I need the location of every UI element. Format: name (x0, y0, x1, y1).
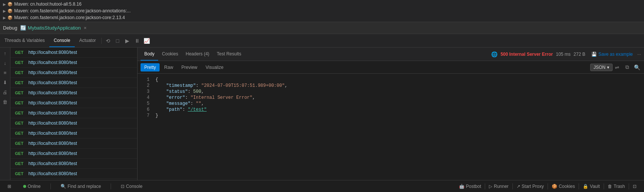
debug-restart-button[interactable]: ⟲ (104, 37, 112, 45)
request-item-11[interactable]: GET http://localhost:8080/test (10, 159, 137, 169)
line-content: "timestamp": "2024-07-09T15:07:51.989+00… (155, 83, 287, 88)
line-content: "path": "/test" (155, 107, 207, 112)
vault-button[interactable]: 🔒 Vault (580, 180, 603, 192)
app-icon: 🔄 (20, 25, 26, 31)
debug-stop-button[interactable]: □ (114, 37, 122, 45)
print-icon[interactable]: 🖨 (1, 88, 9, 96)
filter-icon[interactable]: ≡ (1, 68, 9, 77)
maven-item-2[interactable]: ▶ 📦 Maven: com.fasterxml.jackson.core:ja… (0, 7, 644, 14)
close-debug-button[interactable]: × (84, 25, 87, 31)
request-item-5[interactable]: GET http://localhost:8080/test (10, 98, 137, 108)
response-time: 105 ms (556, 52, 570, 57)
save-example-button[interactable]: 💾 Save as example (591, 52, 633, 57)
request-item-12[interactable]: GET http://localhost:8080/test (10, 169, 137, 179)
maven-label-3: Maven: com.fasterxml.jackson.core:jackso… (14, 15, 125, 20)
expand-icon: ⊡ (633, 184, 637, 189)
request-url: http://localhost:8080/test (28, 121, 77, 126)
debug-resume-button[interactable]: ▶ (123, 37, 132, 45)
request-item-7[interactable]: GET http://localhost:8080/test (10, 118, 137, 128)
status-divider (629, 183, 629, 189)
maven-icon: 📦 (7, 9, 13, 13)
postbot-icon: 🤖 (459, 184, 465, 189)
code-line-5: 5 "message": "", (138, 101, 644, 107)
copy-button[interactable]: ⧉ (623, 63, 631, 71)
resp-tab-test-results[interactable]: Test Results (213, 48, 245, 61)
maven-list: ▶ 📦 Maven: cn.hutool:hutool-all:5.8.16 ▶… (0, 0, 644, 22)
maven-item-1[interactable]: ▶ 📦 Maven: cn.hutool:hutool-all:5.8.16 (0, 1, 644, 7)
request-item-1[interactable]: GET http://localhost:8080/test (10, 58, 137, 68)
code-line-3: 3 "status": 500, (138, 89, 644, 95)
request-item-9[interactable]: GET http://localhost:8080/test (10, 138, 137, 149)
online-label: Online (28, 184, 41, 189)
request-url: http://localhost:8080/test (28, 131, 77, 136)
body-tab-pretty[interactable]: Pretty (141, 63, 160, 71)
online-status[interactable]: Online (20, 180, 44, 192)
method-badge: GET (15, 111, 25, 115)
trash-icon: 🗑 (608, 184, 612, 189)
tab-console[interactable]: Console (49, 34, 75, 47)
request-url: http://localhost:8080/test (28, 110, 77, 116)
cookies-label: Cookies (559, 184, 575, 189)
scroll-down-button[interactable]: ↓ (1, 59, 9, 67)
code-line-6: 6 "path": "/test" (138, 107, 644, 113)
line-content: { (155, 77, 158, 82)
request-url: http://localhost:8080/test (28, 161, 77, 166)
tab-threads-variables[interactable]: Threads & Variables (0, 34, 49, 47)
request-item-4[interactable]: GET http://localhost:8080/test (10, 88, 137, 98)
body-tab-visualize[interactable]: Visualize (202, 63, 227, 71)
status-bar: ⊞ Online 🔍 Find and replace ⊡ Console 🤖 … (0, 180, 644, 192)
body-tabs: Pretty Raw Preview Visualize JSON ▾ ⇌ (138, 61, 644, 74)
chevron-down-icon: ▾ (607, 65, 609, 70)
body-tab-preview[interactable]: Preview (178, 63, 201, 71)
runner-button[interactable]: ▷ Runner (486, 180, 511, 192)
resp-tab-body[interactable]: Body (141, 48, 158, 61)
request-item-0[interactable]: GET http://localhost:8080/test (10, 48, 137, 58)
postbot-button[interactable]: 🤖 Postbot (456, 180, 484, 192)
code-line-7: 7 } (138, 113, 644, 119)
format-dropdown[interactable]: JSON ▾ (590, 64, 613, 71)
download-icon[interactable]: ⬇ (1, 78, 9, 86)
request-item-10[interactable]: GET http://localhost:8080/test (10, 149, 137, 159)
resp-tab-body-label: Body (144, 51, 154, 57)
trash-button[interactable]: 🗑 Trash (605, 180, 628, 192)
method-badge: GET (15, 151, 25, 156)
response-status: 🌐 500 Internal Server Error 105 ms 272 B… (491, 51, 641, 57)
request-item-2[interactable]: GET http://localhost:8080/test (10, 68, 137, 78)
request-url: http://localhost:8080/test (28, 50, 77, 55)
body-tab-raw[interactable]: Raw (160, 63, 177, 71)
tab-separator (101, 38, 102, 44)
find-replace-label: Find and replace (68, 184, 101, 189)
code-area: 1 { 2 "timestamp": "2024-07-09T15:07:51.… (138, 74, 644, 180)
vault-icon: 🔒 (583, 184, 588, 189)
debug-pause-button[interactable]: ⏸ (133, 37, 141, 45)
maven-item-3[interactable]: ▶ 📦 Maven: com.fasterxml.jackson.core:ja… (0, 14, 644, 21)
tab-actuator[interactable]: Actuator (75, 34, 101, 47)
expand-button[interactable]: ⊡ (630, 180, 640, 192)
resp-tab-cookies[interactable]: Cookies (158, 48, 182, 61)
toggle-button[interactable]: ⊞ (4, 180, 14, 192)
request-item-3[interactable]: GET http://localhost:8080/test (10, 78, 137, 88)
debug-chart-button[interactable]: 📈 (143, 37, 151, 45)
globe-icon[interactable]: 🌐 (491, 51, 497, 57)
request-item-6[interactable]: GET http://localhost:8080/test (10, 108, 137, 118)
console-button[interactable]: ⊡ Console (118, 180, 145, 192)
start-proxy-button[interactable]: ↗ Start Proxy (514, 180, 547, 192)
response-tabs: Body Cookies Headers (4) Test Results 🌐 … (138, 48, 644, 61)
cookies-button[interactable]: 🍪 Cookies (549, 180, 578, 192)
search-button[interactable]: 🔍 (633, 63, 641, 71)
delete-icon[interactable]: 🗑 (1, 98, 9, 106)
request-item-8[interactable]: GET http://localhost:8080/test (10, 128, 137, 138)
request-url: http://localhost:8080/test (28, 70, 77, 75)
scroll-up-button[interactable]: ↑ (1, 49, 9, 57)
status-divider (512, 183, 513, 189)
more-button[interactable]: ··· (637, 52, 641, 57)
find-replace-button[interactable]: 🔍 Find and replace (58, 180, 104, 192)
main-content: ↑ ↓ ≡ ⬇ 🖨 🗑 GET http://localhost:8080/te… (0, 48, 644, 180)
tab-icons: ⟲ □ ▶ ⏸ 📈 (104, 37, 151, 45)
method-badge: GET (15, 60, 25, 65)
find-replace-icon: 🔍 (61, 184, 66, 189)
request-url: http://localhost:8080/test (28, 171, 77, 176)
resp-tab-headers[interactable]: Headers (4) (182, 48, 213, 61)
start-proxy-label: Start Proxy (522, 184, 544, 189)
filter-icon[interactable]: ⇌ (615, 64, 619, 70)
